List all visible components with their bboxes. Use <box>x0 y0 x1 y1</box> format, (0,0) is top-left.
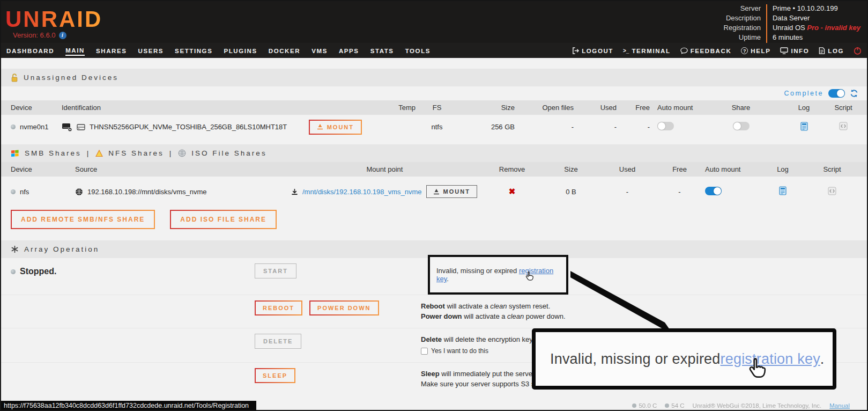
log-file-icon <box>819 47 825 54</box>
delete-button[interactable]: DELETE <box>255 334 301 349</box>
share-device-name[interactable]: nfs <box>20 188 29 196</box>
share-auto-mount-toggle[interactable] <box>705 187 722 195</box>
add-remote-smb-nfs-share-button[interactable]: ADD REMOTE SMB/NFS SHARE <box>11 210 155 229</box>
nav-docker[interactable]: DOCKER <box>269 46 300 55</box>
delete-confirm-label: Yes I want to do this <box>431 346 488 356</box>
col-log: Log <box>759 165 807 173</box>
help-icon: ? <box>741 47 748 54</box>
nav-users[interactable]: USERS <box>138 46 164 55</box>
cell-size: 0 B <box>541 188 600 196</box>
drive-add-icon[interactable] <box>62 122 72 132</box>
unassigned-table-header: Device Identification Temp FS Size Open … <box>0 100 868 115</box>
col-auto-mount: Auto mount <box>705 165 759 173</box>
mount-point-link[interactable]: /mnt/disks/192.168.10.198_vms_nvme <box>302 188 422 196</box>
terminal-button[interactable]: >_ TERMINAL <box>623 46 671 55</box>
inset-error-text: Invalid, missing or expired <box>550 351 721 368</box>
nav-tools[interactable]: TOOLS <box>405 46 431 55</box>
nav-dashboard[interactable]: DASHBOARD <box>6 46 54 55</box>
mb-temp: 54 C <box>671 402 684 409</box>
array-status-dot <box>11 269 16 274</box>
iso-file-shares-title[interactable]: ISO File Shares <box>191 149 266 157</box>
device-name[interactable]: nvme0n1 <box>20 123 48 131</box>
mount-icon <box>317 124 323 130</box>
complete-label[interactable]: Complete <box>784 90 824 97</box>
cell-used: - <box>574 123 617 131</box>
col-free: Free <box>617 104 650 112</box>
col-remove: Remove <box>483 165 541 173</box>
nfs-icon <box>95 150 103 157</box>
terminal-icon: >_ <box>623 48 629 54</box>
mount-icon <box>433 189 440 195</box>
nav-main[interactable]: MAIN <box>65 46 85 56</box>
uptime-value: 6 minutes <box>766 33 860 43</box>
server-info-panel: Server Prime • 10.10.20.199 Description … <box>724 4 860 43</box>
manual-link[interactable]: Manual <box>829 402 850 409</box>
complete-toggle[interactable] <box>828 89 845 98</box>
asterisk-icon <box>11 245 19 253</box>
source-globe-icon <box>75 188 83 196</box>
col-temp: Temp <box>362 104 416 112</box>
power-button[interactable] <box>854 45 862 56</box>
feedback-icon <box>680 47 688 54</box>
remove-share-icon[interactable]: ✖ <box>509 187 516 196</box>
power-icon <box>854 47 862 55</box>
view-log-icon[interactable] <box>800 122 808 131</box>
description-value: Data Server <box>766 14 860 24</box>
array-start-row: Stopped. START Invalid, missing or expir… <box>0 258 868 295</box>
edit-script-icon[interactable] <box>839 122 848 130</box>
smb-shares-title[interactable]: SMB Shares <box>25 149 81 157</box>
share-toggle[interactable] <box>733 122 750 130</box>
smb-windows-icon <box>11 149 19 157</box>
start-button[interactable]: START <box>255 263 296 278</box>
logout-button[interactable]: LOGOUT <box>572 46 613 55</box>
help-button[interactable]: ? HELP <box>741 46 770 55</box>
power-down-button[interactable]: POWER DOWN <box>309 300 379 315</box>
copyright-text: Unraid® WebGui ©2018, Lime Technology, I… <box>693 402 822 409</box>
reboot-button[interactable]: REBOOT <box>255 300 302 315</box>
description-label: Description <box>724 14 766 24</box>
info-monitor-icon <box>780 47 788 54</box>
refresh-icon[interactable] <box>850 89 858 98</box>
zoom-inset-box: Invalid, missing or expired registration… <box>532 328 836 390</box>
nav-apps[interactable]: APPS <box>339 46 359 55</box>
nav-vms[interactable]: VMS <box>311 46 328 55</box>
unassigned-device-row: nvme0n1 THNSN5256GPUK_NVMe_TOSHIBA_256GB… <box>0 115 868 139</box>
unlock-icon[interactable] <box>11 74 18 82</box>
section-title: Unassigned Devices <box>24 74 118 82</box>
share-source: 192.168.10.198://mnt/disks/vms_nvme <box>87 188 207 196</box>
inset-registration-key-link[interactable]: registration key <box>721 351 820 368</box>
col-script: Script <box>829 104 857 112</box>
nav-shares[interactable]: SHARES <box>96 46 127 55</box>
col-device: Device <box>11 104 62 112</box>
info-button[interactable]: INFO <box>780 46 809 55</box>
cell-free: - <box>617 123 650 131</box>
feedback-button[interactable]: FEEDBACK <box>680 46 732 55</box>
delete-confirm-checkbox[interactable] <box>421 348 428 355</box>
disk-icon[interactable] <box>77 123 85 131</box>
col-size: Size <box>458 104 515 112</box>
nav-settings[interactable]: SETTINGS <box>175 46 212 55</box>
view-log-icon[interactable] <box>779 186 787 195</box>
nfs-shares-title[interactable]: NFS Shares <box>108 149 164 157</box>
registration-label: Registration <box>724 24 766 33</box>
auto-mount-toggle[interactable] <box>657 122 674 130</box>
col-log: Log <box>778 104 829 112</box>
registration-error-callout: Invalid, missing or expired registration… <box>428 255 568 295</box>
log-button[interactable]: LOG <box>819 46 844 55</box>
col-open-files: Open files <box>515 104 574 112</box>
sleep-button[interactable]: SLEEP <box>255 368 295 383</box>
logout-icon <box>572 47 579 54</box>
cell-size: 256 GB <box>458 123 515 131</box>
nav-stats[interactable]: STATS <box>370 46 394 55</box>
col-used: Used <box>574 104 617 112</box>
col-free: Free <box>654 165 705 173</box>
edit-script-icon[interactable] <box>828 187 836 195</box>
col-fs: FS <box>416 104 458 112</box>
col-script: Script <box>807 165 857 173</box>
nav-plugins[interactable]: PLUGINS <box>224 46 257 55</box>
version-info-icon[interactable]: i <box>59 32 66 39</box>
mount-button[interactable]: MOUNT <box>309 120 362 135</box>
share-status-dot <box>11 189 16 194</box>
add-iso-file-share-button[interactable]: ADD ISO FILE SHARE <box>170 210 277 229</box>
share-mount-button[interactable]: MOUNT <box>426 185 477 198</box>
